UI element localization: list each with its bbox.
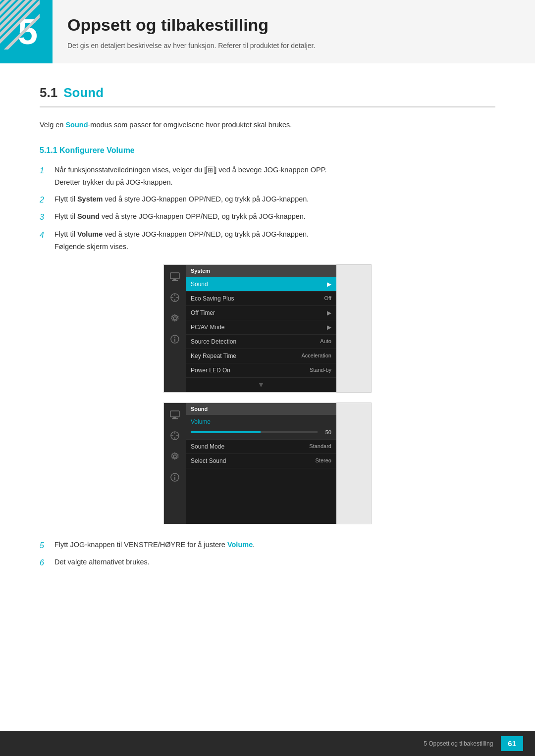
osd-item-pcav: PC/AV Mode ▶ bbox=[186, 320, 336, 335]
monitor-icon bbox=[168, 270, 182, 284]
svg-rect-10 bbox=[172, 280, 178, 281]
osd-item-empty2 bbox=[186, 482, 336, 496]
page-number: 61 bbox=[501, 736, 523, 752]
monitor-icon-2 bbox=[168, 408, 182, 422]
chapter-header: 5 Oppsett og tilbakestilling Det gis en … bbox=[0, 0, 535, 63]
step-number: 3 bbox=[40, 211, 49, 224]
section-heading: 5.1 Sound bbox=[40, 83, 495, 107]
main-content: 5.1 Sound Velg en Sound-modus som passer… bbox=[0, 63, 535, 611]
screenshot-2: Sound Volume 50 Sound Mode Standard bbox=[163, 403, 372, 524]
osd-item-source: Source Detection Auto bbox=[186, 335, 336, 349]
volume-bold-2: Volume bbox=[227, 541, 253, 549]
intro-paragraph: Velg en Sound-modus som passer for omgiv… bbox=[40, 119, 495, 131]
section-number: 5.1 bbox=[40, 83, 57, 102]
screenshots-area: System Sound ▶ Eco Saving Plus Off Off T… bbox=[40, 264, 495, 524]
list-item: 2 Flytt til System ved å styre JOG-knapp… bbox=[40, 194, 495, 206]
sound-bold: Sound bbox=[77, 212, 100, 220]
screenshot-right-blank-2 bbox=[336, 403, 371, 524]
osd-item-selectsound: Select Sound Stereo bbox=[186, 454, 336, 468]
svg-rect-21 bbox=[173, 417, 176, 418]
step-content-6: Det valgte alternativet brukes. bbox=[54, 556, 495, 569]
adjust-icon-2 bbox=[168, 429, 182, 443]
screenshot-1: System Sound ▶ Eco Saving Plus Off Off T… bbox=[163, 264, 372, 393]
osd-item-empty4 bbox=[186, 510, 336, 524]
chapter-title: Oppsett og tilbakestilling bbox=[67, 12, 315, 38]
svg-point-31 bbox=[174, 474, 175, 475]
step-content: Flytt til System ved å styre JOG-knappen… bbox=[54, 194, 495, 206]
step-number: 2 bbox=[40, 194, 49, 206]
step-number-5: 5 bbox=[40, 539, 49, 552]
sound-bold: Sound bbox=[65, 121, 88, 129]
subsection-heading: 5.1.1 Konfigurere Volume bbox=[40, 145, 495, 156]
step-content-5: Flytt JOG-knappen til VENSTRE/HØYRE for … bbox=[54, 539, 495, 552]
svg-rect-9 bbox=[173, 279, 176, 280]
step-content: Flytt til Volume ved å styre JOG-knappen… bbox=[54, 229, 495, 252]
osd-item-powerled: Power LED On Stand-by bbox=[186, 363, 336, 378]
osd-item-offtimer: Off Timer ▶ bbox=[186, 306, 336, 320]
osd-item-keyrepeat: Key Repeat Time Acceleration bbox=[186, 349, 336, 363]
corner-decoration bbox=[0, 0, 40, 50]
osd-item-empty1 bbox=[186, 468, 336, 482]
chapter-subtitle: Det gis en detaljert beskrivelse av hver… bbox=[67, 41, 315, 51]
list-item: 4 Flytt til Volume ved å styre JOG-knapp… bbox=[40, 229, 495, 252]
svg-point-19 bbox=[174, 337, 175, 338]
list-item: 6 Det valgte alternativet brukes. bbox=[40, 556, 495, 569]
list-item: 1 Når funksjonsstatveiledningen vises, v… bbox=[40, 164, 495, 188]
system-bold: System bbox=[77, 195, 103, 203]
footer-chapter-label: 5 Oppsett og tilbakestilling bbox=[424, 739, 493, 748]
screenshot-right-blank-1 bbox=[336, 265, 371, 392]
osd-item-eco: Eco Saving Plus Off bbox=[186, 292, 336, 306]
step-number-6: 6 bbox=[40, 556, 49, 569]
steps-after-list: 5 Flytt JOG-knappen til VENSTRE/HØYRE fo… bbox=[40, 539, 495, 569]
osd-category-system: System bbox=[186, 265, 336, 277]
osd-category-sound: Sound bbox=[186, 403, 336, 415]
info-icon-2 bbox=[168, 470, 182, 484]
gear-icon-2 bbox=[168, 450, 182, 463]
side-icons-1 bbox=[164, 265, 186, 392]
step-content: Når funksjonsstatveiledningen vises, vel… bbox=[54, 164, 495, 188]
side-icons-2 bbox=[164, 403, 186, 524]
volume-bold: Volume bbox=[77, 230, 103, 238]
svg-rect-8 bbox=[170, 273, 179, 279]
list-item: 3 Flytt til Sound ved å styre JOG-knappe… bbox=[40, 211, 495, 224]
adjust-icon bbox=[168, 291, 182, 304]
step-number: 4 bbox=[40, 229, 49, 252]
osd-menu-1: System Sound ▶ Eco Saving Plus Off Off T… bbox=[186, 265, 336, 392]
svg-point-16 bbox=[173, 317, 176, 320]
svg-rect-20 bbox=[170, 411, 179, 417]
osd-item-soundmode: Sound Mode Standard bbox=[186, 440, 336, 454]
list-item: 5 Flytt JOG-knappen til VENSTRE/HØYRE fo… bbox=[40, 539, 495, 552]
info-icon bbox=[168, 332, 182, 346]
steps-list: 1 Når funksjonsstatveiledningen vises, v… bbox=[40, 164, 495, 252]
page-footer: 5 Oppsett og tilbakestilling 61 bbox=[0, 731, 535, 756]
section-title: Sound bbox=[63, 83, 104, 102]
osd-item-empty3 bbox=[186, 496, 336, 510]
osd-menu-2: Sound Volume 50 Sound Mode Standard bbox=[186, 403, 336, 524]
gear-icon bbox=[168, 311, 182, 325]
osd-item-sound: Sound ▶ bbox=[186, 277, 336, 292]
svg-rect-22 bbox=[172, 418, 178, 419]
svg-point-28 bbox=[173, 455, 176, 458]
step-number: 1 bbox=[40, 164, 49, 188]
step-content: Flytt til Sound ved å styre JOG-knappen … bbox=[54, 211, 495, 224]
